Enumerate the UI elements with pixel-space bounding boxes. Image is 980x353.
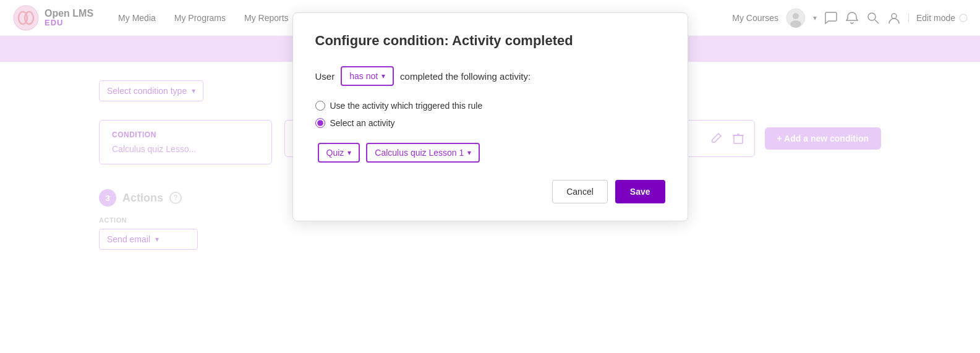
activity-type-dropdown[interactable]: Quiz ▾ — [318, 143, 360, 163]
radio-group: Use the activity which triggered this ru… — [315, 101, 665, 128]
activity-name-dropdown[interactable]: Calculus quiz Lesson 1 ▾ — [366, 143, 480, 163]
activity-selector-row: Quiz ▾ Calculus quiz Lesson 1 ▾ — [318, 143, 665, 163]
completed-text: completed the following activity: — [400, 71, 530, 82]
has-not-label: has not — [349, 71, 378, 81]
cancel-button[interactable]: Cancel — [552, 180, 608, 203]
modal-user-row: User has not ▾ completed the following a… — [315, 66, 665, 86]
configure-condition-modal: Configure condition: Activity completed … — [292, 12, 688, 221]
has-not-dropdown[interactable]: has not ▾ — [341, 66, 394, 86]
activity-name-chevron: ▾ — [467, 148, 471, 157]
modal-overlay: Configure condition: Activity completed … — [0, 0, 980, 353]
has-not-chevron: ▾ — [381, 72, 385, 80]
radio-triggered[interactable]: Use the activity which triggered this ru… — [315, 101, 665, 111]
activity-name-label: Calculus quiz Lesson 1 — [375, 148, 464, 158]
radio-triggered-label: Use the activity which triggered this ru… — [330, 101, 483, 111]
radio-select-activity-input[interactable] — [315, 118, 325, 128]
user-label: User — [315, 71, 335, 82]
save-button[interactable]: Save — [615, 180, 665, 203]
radio-triggered-input[interactable] — [315, 101, 325, 111]
activity-type-label: Quiz — [326, 148, 344, 158]
radio-select-activity[interactable]: Select an activity — [315, 118, 665, 128]
radio-select-activity-label: Select an activity — [330, 118, 395, 128]
modal-title: Configure condition: Activity completed — [315, 33, 665, 49]
activity-type-chevron: ▾ — [347, 148, 351, 157]
modal-actions: Cancel Save — [315, 180, 665, 203]
